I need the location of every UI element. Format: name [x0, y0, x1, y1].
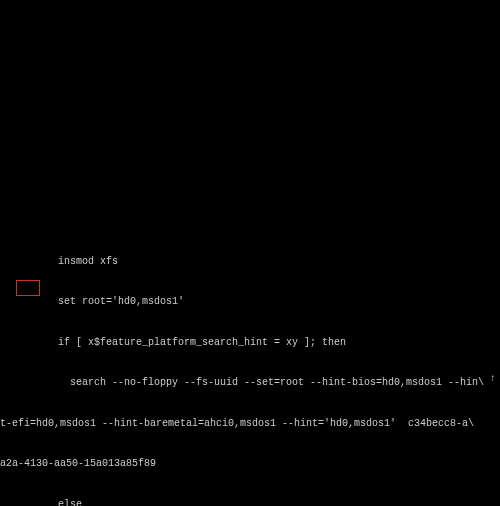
scroll-up-arrow: ↑ [490, 372, 496, 386]
grub-editor[interactable]: ↑ insmod xfs set root='hd0,msdos1' if [ … [0, 0, 500, 506]
code-line: set root='hd0,msdos1' [0, 295, 500, 309]
code-line: t-efi=hd0,msdos1 --hint-baremetal=ahci0,… [0, 417, 500, 431]
code-line: search --no-floppy --fs-uuid --set=root … [0, 376, 500, 390]
code-line: if [ x$feature_platform_search_hint = xy… [0, 336, 500, 350]
code-line: insmod xfs [0, 255, 500, 269]
editor-content[interactable]: ↑ insmod xfs set root='hd0,msdos1' if [ … [0, 214, 500, 506]
code-line: a2a-4130-aa50-15a013a85f89 [0, 457, 500, 471]
code-line: else [0, 498, 500, 507]
spacer [0, 27, 500, 187]
